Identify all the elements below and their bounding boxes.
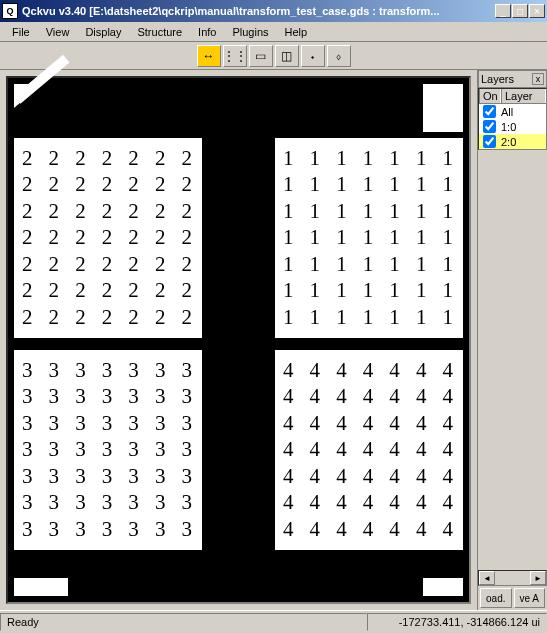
- decor-box-br: [423, 578, 463, 596]
- tool-button-2[interactable]: ▭: [249, 45, 273, 67]
- decor-box-bl: [14, 578, 68, 596]
- status-coords: -172733.411, -314866.124 ui: [367, 613, 547, 631]
- layer-label: 1:0: [499, 121, 516, 133]
- layer-checkbox[interactable]: [483, 105, 496, 118]
- layers-panel-header: Layers x: [478, 70, 547, 88]
- layers-col-on: On: [479, 89, 501, 103]
- tool-button-1[interactable]: ⋮⋮: [223, 45, 247, 67]
- load-button[interactable]: oad.: [480, 588, 512, 608]
- quadrant-2: 2222222222222222222222222222222222222222…: [14, 138, 202, 338]
- menu-file[interactable]: File: [4, 24, 38, 40]
- layers-panel-title: Layers: [481, 73, 514, 85]
- layer-label: 2:0: [499, 136, 516, 148]
- quadrant-4: 4444444444444444444444444444444444444444…: [275, 350, 463, 550]
- layers-scrollbar[interactable]: ◄ ►: [478, 570, 547, 586]
- layer-row[interactable]: 1:0: [479, 119, 546, 134]
- titlebar: Q Qckvu v3.40 [E:\datsheet2\qckrip\manua…: [0, 0, 547, 22]
- layer-label: All: [499, 106, 513, 118]
- layer-row[interactable]: All: [479, 104, 546, 119]
- layer-checkbox[interactable]: [483, 135, 496, 148]
- ruler-tool-button[interactable]: ↔: [197, 45, 221, 67]
- layers-table: On Layer All1:02:0: [478, 88, 547, 150]
- minimize-button[interactable]: _: [495, 4, 511, 18]
- close-button[interactable]: ×: [529, 4, 545, 18]
- maximize-button[interactable]: □: [512, 4, 528, 18]
- layer-row[interactable]: 2:0: [479, 134, 546, 149]
- quadrant-3: 3333333333333333333333333333333333333333…: [14, 350, 202, 550]
- menu-display[interactable]: Display: [77, 24, 129, 40]
- origin-marker: [14, 84, 68, 132]
- window-title: Qckvu v3.40 [E:\datsheet2\qckrip\manual\…: [22, 5, 495, 17]
- menubar: File View Display Structure Info Plugins…: [0, 22, 547, 42]
- menu-plugins[interactable]: Plugins: [224, 24, 276, 40]
- tool-button-5[interactable]: ⬨: [327, 45, 351, 67]
- tool-button-3[interactable]: ◫: [275, 45, 299, 67]
- menu-view[interactable]: View: [38, 24, 78, 40]
- save-button[interactable]: ve A: [514, 588, 546, 608]
- tool-button-4[interactable]: ⬩: [301, 45, 325, 67]
- menu-info[interactable]: Info: [190, 24, 224, 40]
- canvas[interactable]: 2222222222222222222222222222222222222222…: [6, 76, 471, 604]
- layers-panel-close-button[interactable]: x: [532, 73, 544, 85]
- app-icon: Q: [2, 3, 18, 19]
- menu-structure[interactable]: Structure: [129, 24, 190, 40]
- viewport: 2222222222222222222222222222222222222222…: [0, 70, 477, 610]
- menu-help[interactable]: Help: [277, 24, 316, 40]
- layers-col-layer: Layer: [501, 89, 546, 103]
- scroll-right-button[interactable]: ►: [530, 571, 546, 585]
- scroll-left-button[interactable]: ◄: [479, 571, 495, 585]
- layer-checkbox[interactable]: [483, 120, 496, 133]
- decor-box-tr: [423, 84, 463, 132]
- quadrant-1: 1111111111111111111111111111111111111111…: [275, 138, 463, 338]
- statusbar: Ready -172733.411, -314866.124 ui: [0, 610, 547, 632]
- layers-panel: Layers x On Layer All1:02:0 ◄ ► oad. ve …: [477, 70, 547, 610]
- status-text: Ready: [0, 613, 367, 631]
- toolbar: ↔ ⋮⋮ ▭ ◫ ⬩ ⬨: [0, 42, 547, 70]
